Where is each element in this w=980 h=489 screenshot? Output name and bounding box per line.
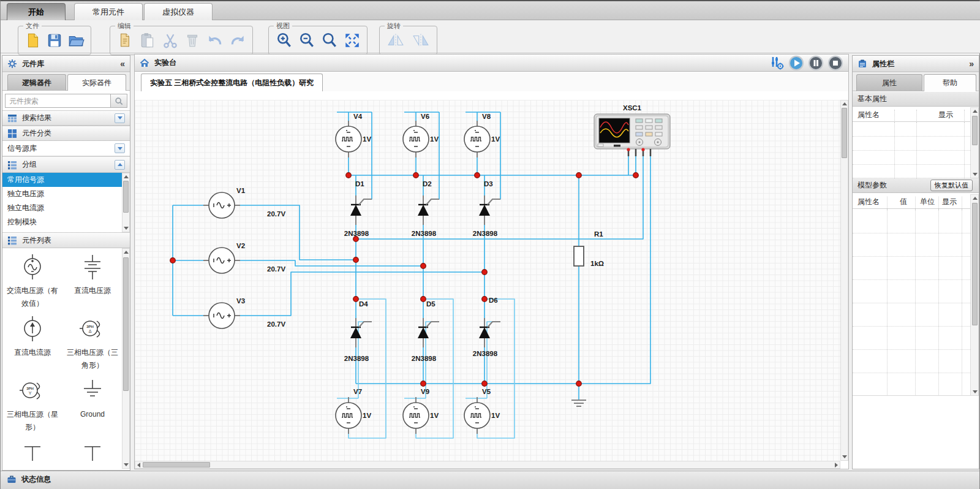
scroll-up-icon[interactable] <box>973 110 978 113</box>
signal-group-item[interactable]: 常用信号源 <box>2 173 122 187</box>
ac-voltage-source[interactable]: V220.7V <box>203 242 285 273</box>
library-tab[interactable]: 实际器件 <box>67 74 126 91</box>
scrollbar-thumb[interactable] <box>123 257 129 391</box>
pulse-voltage-source[interactable]: V61V <box>403 113 439 157</box>
component-item[interactable]: 直流电流源 <box>2 310 62 372</box>
wire[interactable] <box>487 322 492 398</box>
ac-voltage-source[interactable]: V120.7V <box>203 187 285 218</box>
category-dropdown-button[interactable] <box>115 143 125 153</box>
search-results-dropdown-button[interactable] <box>115 113 125 123</box>
group-section[interactable]: 分组 <box>2 156 130 173</box>
component-item[interactable]: 3PHΔ 三相电压源（三角形） <box>62 310 123 372</box>
wire[interactable] <box>356 156 650 384</box>
delete-icon[interactable] <box>184 32 201 49</box>
flip-vertical-icon[interactable] <box>412 32 429 49</box>
paste-icon[interactable] <box>139 32 156 49</box>
wire[interactable] <box>431 112 439 199</box>
scroll-up-icon[interactable] <box>973 197 978 200</box>
scroll-down-icon[interactable] <box>124 227 129 230</box>
scrollbar-thumb[interactable] <box>842 108 847 158</box>
experiment-tab[interactable]: 实验五 三相桥式全控整流电路（电阻性负载）研究 <box>141 74 323 91</box>
scroll-down-icon[interactable] <box>124 463 129 466</box>
ribbon-tab[interactable]: 开始 <box>7 3 66 20</box>
stop-icon[interactable] <box>827 55 843 71</box>
canvas-horizontal-scrollbar[interactable] <box>135 461 840 469</box>
signal-group-item[interactable]: 独立电压源 <box>2 187 122 201</box>
category-select[interactable]: 信号源库 <box>2 141 130 156</box>
search-results-section[interactable]: 搜索结果 <box>2 110 130 126</box>
column-header: 显示 <box>932 110 959 120</box>
pulse-voltage-source[interactable]: V91V <box>403 388 439 434</box>
flip-horizontal-icon[interactable] <box>387 32 404 49</box>
wire[interactable] <box>356 156 643 239</box>
thyristor[interactable]: D22N3898 <box>412 180 439 237</box>
scroll-down-icon[interactable] <box>973 390 978 393</box>
thyristor[interactable]: D12N3898 <box>344 180 372 237</box>
thyristor[interactable]: D32N3898 <box>473 180 500 237</box>
canvas-vertical-scrollbar[interactable] <box>840 100 848 461</box>
component-item[interactable]: Ground <box>62 372 123 434</box>
save-icon[interactable] <box>46 32 63 49</box>
library-tab[interactable]: 逻辑器件 <box>7 74 66 91</box>
scroll-right-icon[interactable] <box>835 463 838 468</box>
new-file-icon[interactable] <box>24 32 42 49</box>
zoom-in-icon[interactable] <box>276 32 293 49</box>
pause-icon[interactable] <box>808 55 824 71</box>
undo-icon[interactable] <box>206 32 224 49</box>
component-grid-scrollbar[interactable] <box>122 248 130 469</box>
copy-icon[interactable] <box>116 32 134 49</box>
pulse-voltage-source[interactable]: V71V <box>336 388 371 434</box>
scrollbar-thumb[interactable] <box>123 181 129 213</box>
oscilloscope[interactable]: XSC1 <box>594 104 670 156</box>
ribbon-tab[interactable]: 虚拟仪器 <box>144 3 213 20</box>
scrollbar-thumb[interactable] <box>972 203 978 325</box>
scroll-up-icon[interactable] <box>124 251 129 254</box>
pulse-voltage-source[interactable]: V41V <box>336 113 371 157</box>
scrollbar-thumb[interactable] <box>143 462 210 468</box>
wire[interactable] <box>240 205 356 260</box>
zoom-window-icon[interactable] <box>321 32 338 49</box>
category-select-value: 信号源库 <box>7 143 37 154</box>
scroll-up-icon[interactable] <box>124 175 129 178</box>
wire[interactable] <box>492 112 500 199</box>
cut-icon[interactable] <box>162 32 179 49</box>
properties-tab[interactable]: 属性 <box>856 74 922 91</box>
ribbon-tab[interactable]: 常用元件 <box>74 3 143 20</box>
collapse-left-icon[interactable]: « <box>120 59 125 69</box>
scroll-up-icon[interactable] <box>842 102 847 105</box>
source-label: V4 <box>353 113 363 120</box>
group-collapse-button[interactable] <box>115 160 125 170</box>
signal-group-item[interactable]: 独立电流源 <box>2 201 122 215</box>
collapse-right-icon[interactable]: » <box>969 59 974 69</box>
wire[interactable] <box>240 272 484 316</box>
search-button[interactable] <box>111 94 127 108</box>
simulation-settings-icon[interactable] <box>769 55 785 71</box>
zoom-out-icon[interactable] <box>298 32 315 49</box>
model-parameters-scrollbar[interactable] <box>970 194 979 396</box>
ac-voltage-source[interactable]: V320.7V <box>203 297 285 328</box>
play-icon[interactable] <box>788 55 804 71</box>
open-folder-icon[interactable] <box>67 32 85 49</box>
redo-icon[interactable] <box>229 32 246 49</box>
ribbon: 开始常用元件虚拟仪器 文件 编辑 视图 旋转 <box>1 1 980 53</box>
pulse-voltage-source[interactable]: V81V <box>464 113 500 157</box>
component-item[interactable]: 直流电压源 <box>62 248 123 310</box>
component-item[interactable]: 交流电压源（有效值） <box>2 248 62 310</box>
ground-symbol[interactable] <box>571 400 586 406</box>
reset-defaults-button[interactable]: 恢复默认值 <box>930 180 973 191</box>
fit-screen-icon[interactable] <box>344 32 361 49</box>
signal-group-item[interactable]: 控制模块 <box>2 215 122 229</box>
circuit-canvas[interactable]: V120.7V V220.7V V320.7V V41V <box>135 100 840 461</box>
search-input[interactable] <box>5 94 111 108</box>
scroll-down-icon[interactable] <box>973 173 978 176</box>
pulse-voltage-source[interactable]: V51V <box>464 388 500 434</box>
component-category-section[interactable]: 元件分类 <box>2 126 130 141</box>
group-list-scrollbar[interactable] <box>122 173 130 232</box>
scroll-left-icon[interactable] <box>137 463 140 468</box>
scroll-down-icon[interactable] <box>842 455 847 458</box>
component-item[interactable]: 3PHY 三相电压源（星形） <box>2 372 62 434</box>
properties-tab[interactable]: 帮助 <box>924 74 976 91</box>
wire[interactable] <box>364 112 372 199</box>
scrollbar-thumb[interactable] <box>972 116 978 145</box>
basic-properties-scrollbar[interactable] <box>970 107 979 178</box>
